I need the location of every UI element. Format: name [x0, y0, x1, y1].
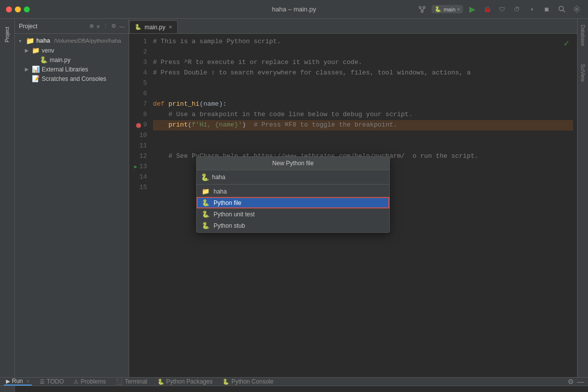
popup-item-python-unit-test[interactable]: 🐍 Python unit test [197, 208, 389, 220]
search-everywhere-button[interactable] [556, 4, 567, 15]
bottom-minimize-icon[interactable]: — [577, 378, 584, 386]
inspection-ok-icon: ✓ [564, 38, 569, 49]
packages-tab-icon: 🐍 [157, 379, 164, 385]
debug-button[interactable]: 🐞 [482, 4, 493, 15]
svg-point-7 [576, 8, 578, 10]
popup-item-folder-icon: 📁 [202, 188, 210, 195]
line-num-4: 4 [131, 68, 147, 78]
editor-tabs: 🐍 main.py ✕ [129, 19, 577, 34]
popup-title: New Python file [197, 157, 389, 170]
venv-folder-icon: 📁 [32, 47, 40, 54]
popup-item-test-icon: 🐍 [202, 210, 210, 218]
tab-main-py[interactable]: 🐍 main.py ✕ [129, 20, 178, 33]
run-config-label: main [443, 6, 455, 12]
run-play-button[interactable]: ▶ [2, 388, 13, 392]
console-tab-label: Python Console [231, 378, 274, 385]
code-line-3: # Press ^R to execute it or replace it w… [153, 58, 573, 68]
problems-tab-icon: ⚠ [74, 379, 78, 385]
tree-root-item[interactable]: ▾ 📁 haha /Volumes/DBA/python/haha [15, 36, 129, 46]
bottom-tab-terminal[interactable]: ⬛ Terminal [114, 378, 149, 386]
run-output: /Volumes/DBA/python/haha/venv/bin/python… [15, 386, 588, 392]
popup-item-python-stub[interactable]: 🐍 Python stub [197, 220, 389, 231]
tree-item-main-py[interactable]: ▶ 🐍 main.py [15, 55, 129, 65]
tree-item-external-libs[interactable]: ▶ 📊 External Libraries [15, 65, 129, 74]
line-num-7: 7 [131, 99, 147, 110]
tab-label: main.py [145, 24, 165, 31]
code-line-5 [153, 78, 573, 89]
new-file-name-input[interactable] [212, 174, 385, 181]
svg-line-4 [422, 8, 424, 10]
code-line-1: # This is a sample Python script. [153, 37, 573, 47]
popup-item-haha[interactable]: 📁 haha [197, 186, 389, 197]
tree-item-label: Scratches and Consoles [42, 75, 106, 82]
vcs-icon[interactable] [417, 4, 428, 15]
popup-item-python-file[interactable]: 🐍 Python file [197, 197, 389, 208]
run-config-group[interactable]: 🐍 main ▾ [432, 5, 463, 13]
stop-button[interactable]: ⏹ [541, 4, 552, 15]
bottom-tab-run[interactable]: ▶ Run ✕ [4, 378, 32, 386]
project-settings-icon[interactable]: ⚙ [111, 23, 116, 29]
profile-button[interactable]: ⏱ [512, 4, 522, 15]
sidebar-item-project[interactable]: Project [2, 23, 12, 46]
popup-item-label: Python unit test [214, 211, 255, 218]
popup-input-field: 🐍 [201, 173, 385, 181]
tab-close-icon[interactable]: ✕ [168, 24, 172, 30]
terminal-tab-icon: ⬛ [116, 379, 123, 385]
left-toolbar: Project [0, 19, 15, 377]
new-python-file-popup: New Python file 🐍 📁 haha 🐍 Python file 🐍… [196, 156, 390, 233]
line-numbers: 1 2 3 4 5 6 7 8 9 10 11 12 ▶13 14 15 [129, 34, 149, 377]
bottom-tab-python-packages[interactable]: 🐍 Python Packages [155, 378, 215, 386]
tree-arrow: ▶ [25, 66, 30, 72]
code-line-11 [153, 141, 573, 151]
todo-tab-icon: ☰ [40, 379, 45, 385]
line-num-2: 2 [131, 47, 147, 58]
line-num-14: 14 [131, 172, 147, 183]
settings-button[interactable] [571, 4, 582, 15]
bottom-tab-problems[interactable]: ⚠ Problems [72, 378, 108, 386]
project-close-icon[interactable]: — [119, 23, 125, 29]
line-num-5: 5 [131, 78, 147, 89]
minimize-button[interactable] [15, 6, 21, 12]
svg-point-0 [419, 6, 421, 8]
window-title: haha – main.py [272, 5, 316, 13]
line-num-12: 12 [131, 151, 147, 162]
code-line-8: # Use a breakpoint in the code line belo… [153, 110, 573, 120]
sidebar-sciview-tab[interactable]: SciView [579, 60, 587, 85]
line-num-6: 6 [131, 89, 147, 99]
svg-point-1 [423, 6, 425, 8]
popup-items-list: 📁 haha 🐍 Python file 🐍 Python unit test … [197, 185, 389, 232]
coverage-button[interactable]: 🛡 [497, 4, 508, 15]
line-num-15: 15 [131, 183, 147, 193]
line-num-8: 8 [131, 110, 147, 120]
maximize-button[interactable] [24, 6, 30, 12]
code-line-4: # Press Double ⇧ to search everywhere fo… [153, 68, 573, 78]
tree-root-label: haha [36, 37, 50, 44]
traffic-lights [6, 6, 30, 12]
scratches-icon: 📝 [32, 75, 40, 82]
line-num-3: 3 [131, 58, 147, 68]
close-button[interactable] [6, 6, 12, 12]
run-side-buttons: ▶ ↑ ↓ 🔧 ≡ ↩ ↓ 🖨 🗑 [0, 386, 15, 392]
popup-item-python-icon: 🐍 [202, 199, 210, 206]
svg-point-2 [421, 10, 423, 12]
run-button[interactable]: ▶ [467, 4, 478, 15]
popup-item-label: Python stub [214, 222, 245, 229]
popup-item-label: Python file [214, 199, 241, 206]
sidebar-database-tab[interactable]: Database [579, 21, 587, 50]
project-more-icon[interactable]: ⋮ [103, 23, 108, 29]
more-run-button[interactable]: ▾ [526, 4, 537, 15]
project-collapse-icon[interactable]: ≡ [97, 23, 100, 29]
bottom-settings-icon[interactable]: ⚙ [568, 378, 574, 386]
breakpoint-indicator[interactable] [136, 123, 141, 128]
bottom-tab-python-console[interactable]: 🐍 Python Console [220, 378, 276, 386]
code-line-2 [153, 47, 573, 58]
project-add-root-icon[interactable]: ⊕ [89, 23, 94, 29]
bottom-panel: ▶ Run ✕ ☰ TODO ⚠ Problems ⬛ Terminal 🐍 P… [0, 377, 588, 392]
code-line-10 [153, 131, 573, 141]
tree-item-venv[interactable]: ▶ 📁 venv [15, 46, 129, 55]
line-num-10: 10 [131, 131, 147, 141]
code-line-7: def print_hi(name): [153, 99, 573, 110]
run-tab-close[interactable]: ✕ [26, 379, 30, 384]
tree-item-scratches[interactable]: ▶ 📝 Scratches and Consoles [15, 74, 129, 83]
bottom-tab-todo[interactable]: ☰ TODO [38, 378, 66, 386]
